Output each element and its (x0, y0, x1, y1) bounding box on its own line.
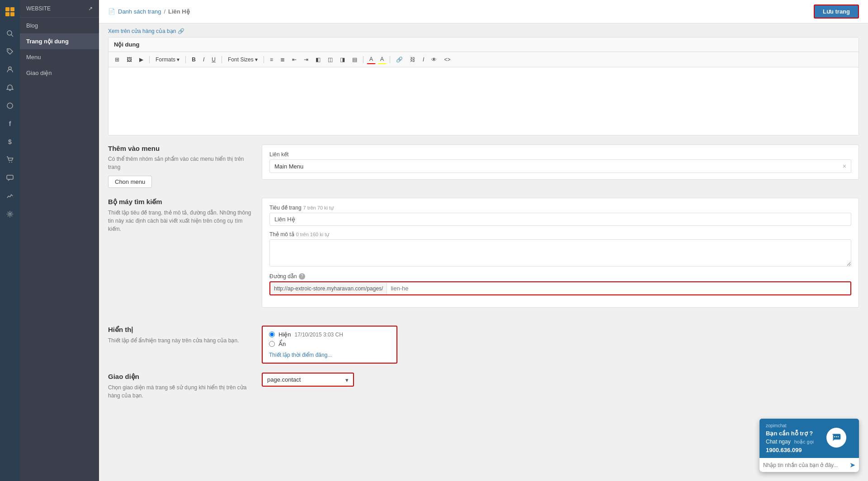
fontsizes-toolbar-btn[interactable]: Font Sizes ▾ (225, 55, 260, 64)
align-justify-btn[interactable]: ▤ (349, 55, 360, 64)
theme-section-desc: Chọn giao diện mà trang sẽ sử dụng khi h… (108, 383, 253, 400)
toolbar-sep-2 (185, 56, 186, 63)
app-logo[interactable] (2, 4, 18, 20)
menu-section-title: Thêm vào menu (108, 145, 253, 152)
chat-phone[interactable]: 1900.636.099 (766, 447, 828, 453)
chat-header: zopimchat Bạn cần hỗ trợ ? Chat ngay hoặ… (760, 419, 859, 458)
chat-call-label: hoặc gọi (794, 439, 814, 445)
menu-link-card: Liên kết Main Menu × (262, 145, 859, 180)
tag-icon[interactable] (2, 43, 18, 60)
svg-point-15 (838, 436, 839, 437)
website-header: WEBSITE ↗ (20, 0, 99, 18)
circle-icon[interactable] (2, 98, 18, 114)
theme-section-row: Giao diện Chọn giao diện mà trang sẽ sử … (108, 373, 859, 404)
chat-icon[interactable] (2, 170, 18, 186)
external-link-icon[interactable]: ↗ (88, 5, 93, 12)
analytics-icon[interactable] (2, 188, 18, 204)
choose-menu-button[interactable]: Chon menu (108, 176, 152, 188)
page-title-chars: 7 trên 70 ki tự (303, 205, 334, 211)
indent-inc-btn[interactable]: ⇥ (301, 55, 311, 64)
sidebar-item-blog[interactable]: Blog (20, 18, 99, 33)
seo-section-desc: Thiết lập tiêu đề trang, thẻ mô tả, đườn… (108, 209, 253, 233)
cart-icon[interactable] (2, 152, 18, 168)
menu-section-desc: Có thể thêm nhóm sản phẩm vào các menu h… (108, 155, 253, 171)
bell-icon[interactable] (2, 79, 18, 96)
align-left-btn[interactable]: ◧ (313, 55, 323, 64)
theme-right-col: page.contact page.default page.blank (262, 373, 859, 387)
editor-body[interactable] (108, 67, 859, 135)
sidebar-item-menu[interactable]: Menu (20, 49, 99, 65)
image-toolbar-btn[interactable]: 🖼 (124, 55, 135, 64)
seo-card: Tiêu đề trang 7 trên 70 ki tự Thẻ mô tả … (262, 198, 859, 308)
list-ul-btn[interactable]: ≡ (267, 55, 276, 64)
page-title-label: Tiêu đề trang 7 trên 70 ki tự (269, 205, 851, 211)
people-icon[interactable] (2, 61, 18, 78)
chat-logo-icon (826, 428, 846, 448)
page-doc-icon: 📄 (108, 8, 115, 15)
svg-point-7 (9, 67, 11, 70)
facebook-icon[interactable]: f (2, 116, 18, 132)
italic-toolbar-btn[interactable]: I (200, 55, 207, 64)
editor-toolbar: ⊞ 🖼 ▶ Formats ▾ B I U Font Sizes ▾ ≡ ≣ ⇤… (108, 52, 859, 67)
url-help-icon[interactable]: ? (299, 273, 305, 280)
meta-chars: 0 trên 160 ki tự (296, 232, 330, 238)
bg-color-btn[interactable]: A (377, 55, 387, 64)
table-toolbar-btn[interactable]: ⊞ (112, 55, 122, 64)
theme-left-col: Giao diện Chọn giao diện mà trang sẽ sử … (108, 373, 253, 404)
italic2-btn[interactable]: I (420, 55, 427, 64)
list-ol-btn[interactable]: ≣ (278, 55, 288, 64)
schedule-link[interactable]: Thiết lập thời điểm đăng... (269, 352, 332, 358)
toolbar-sep-6 (390, 56, 390, 63)
sidebar-item-trang-noi-dung[interactable]: Trang nội dung (20, 33, 99, 49)
chat-header-inner: zopimchat Bạn cần hỗ trợ ? Chat ngay hoặ… (766, 423, 853, 453)
view-store-link-area: Xem trên cửa hàng của bạn 🔗 (108, 23, 859, 37)
chat-brand: zopimchat (766, 423, 828, 428)
content-editor-section: Nội dung ⊞ 🖼 ▶ Formats ▾ B I U Font Size… (108, 37, 859, 135)
indent-dec-btn[interactable]: ⇤ (289, 55, 299, 64)
font-color-btn[interactable]: A (367, 55, 376, 64)
theme-select-wrapper: page.contact page.default page.blank (263, 374, 353, 386)
formats-toolbar-btn[interactable]: Formats ▾ (153, 55, 182, 64)
chat-message-input[interactable] (763, 462, 847, 468)
meta-desc-textarea[interactable] (269, 239, 851, 266)
gear-icon[interactable] (2, 206, 18, 222)
main-area: 📄 Danh sách trang / Liên Hệ Lưu trang Xe… (99, 0, 868, 481)
website-label: WEBSITE (26, 5, 51, 12)
icon-sidebar: f $ (0, 0, 20, 481)
search-icon[interactable] (2, 25, 18, 42)
svg-point-4 (7, 31, 12, 35)
align-center-btn[interactable]: ◫ (325, 55, 335, 64)
theme-select-wrap: page.contact page.default page.blank (262, 373, 354, 387)
underline-toolbar-btn[interactable]: U (209, 55, 218, 64)
save-button[interactable]: Lưu trang (814, 5, 859, 19)
view-store-link[interactable]: Xem trên cửa hàng của bạn (108, 28, 176, 34)
toolbar-sep-4 (264, 56, 264, 63)
sidebar-item-giao-dien[interactable]: Giao diện (20, 65, 99, 81)
unlink-btn[interactable]: ⛓ (407, 55, 418, 64)
page-title-input[interactable] (269, 213, 851, 226)
chat-send-btn[interactable]: ➤ (849, 461, 855, 469)
svg-point-13 (834, 436, 835, 437)
link-btn[interactable]: 🔗 (393, 55, 406, 64)
bold-toolbar-btn[interactable]: B (189, 55, 198, 64)
remove-menu-tag-btn[interactable]: × (843, 163, 846, 170)
main-menu-tag-text: Main Menu (274, 163, 303, 170)
breadcrumb-link[interactable]: Danh sách trang (118, 8, 161, 15)
dollar-icon[interactable]: $ (2, 134, 18, 150)
align-right-btn[interactable]: ◨ (337, 55, 348, 64)
display-hide-radio[interactable] (269, 341, 275, 347)
code-btn[interactable]: <> (441, 55, 453, 64)
menu-section-row: Thêm vào menu Có thể thêm nhóm sản phẩm … (108, 145, 859, 189)
url-slug-input[interactable] (387, 282, 850, 294)
seo-left-col: Bộ máy tìm kiếm Thiết lập tiêu đề trang,… (108, 198, 253, 238)
sidebar-nav: WEBSITE ↗ Blog Trang nội dung Menu Giao … (20, 0, 99, 481)
breadcrumb-sep: / (164, 8, 165, 15)
eye-btn[interactable]: 👁 (429, 55, 439, 64)
media-toolbar-btn[interactable]: ▶ (137, 55, 146, 64)
display-section-row: Hiển thị Thiết lập để ẩn/hiện trang này … (108, 326, 859, 364)
display-left-col: Hiển thị Thiết lập để ẩn/hiện trang này … (108, 326, 253, 349)
display-show-radio[interactable] (269, 332, 275, 337)
theme-select[interactable]: page.contact page.default page.blank (263, 374, 353, 386)
breadcrumb-current: Liên Hệ (168, 8, 190, 15)
display-show-radio-item: Hiện 17/10/2015 3:03 CH (269, 331, 390, 338)
